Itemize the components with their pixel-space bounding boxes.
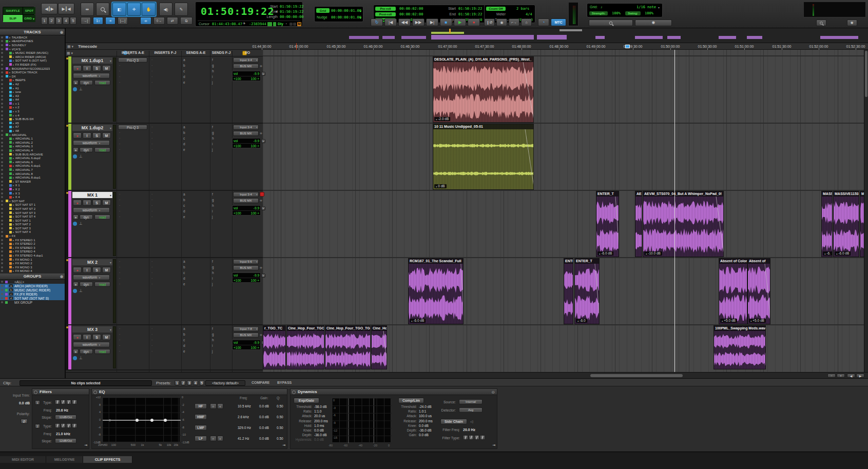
filter-shape-button[interactable] (480, 435, 485, 440)
send-slot[interactable]: c (183, 270, 185, 275)
sidebar-track-item[interactable]: ▸A4 (0, 98, 65, 102)
track-solo-button[interactable]: S (92, 267, 101, 273)
eq-band-q[interactable]: 0.50 (277, 415, 283, 419)
track-name-label[interactable]: A2 (15, 83, 19, 86)
track-open-dot[interactable] (66, 259, 68, 261)
track-show-dot[interactable] (1, 231, 3, 233)
track-show-dot[interactable] (1, 44, 3, 46)
dyn-param-value[interactable]: 1:1.0 (314, 409, 321, 413)
insert-slot-empty[interactable]: · (151, 203, 152, 208)
track-name-label[interactable]: SOT NAT 4 (15, 230, 31, 233)
online-clock-button[interactable]: ◔ (538, 18, 549, 26)
sidebar-track-item[interactable]: ▸X 1 (0, 184, 65, 188)
sidebar-track-item[interactable]: ▸FX STEREO 4.dup1 (0, 253, 65, 258)
selector-tool-button[interactable]: ✛ (127, 3, 141, 16)
zoom-preset-5[interactable]: 5 (70, 17, 76, 25)
swing-value[interactable]: 100% (645, 11, 653, 15)
send-slot[interactable]: j (212, 214, 213, 219)
insert-slot-empty[interactable]: · (151, 349, 152, 354)
pan-left-value[interactable]: +100 (234, 77, 241, 81)
track-name-label[interactable]: ARCHIVAL 3 (15, 145, 33, 148)
track-show-dot[interactable] (1, 142, 3, 144)
zoom-preset-3[interactable]: 3 (55, 17, 62, 25)
filter-shape-button[interactable] (72, 400, 77, 404)
track-name-label[interactable]: FX STEREO 4.dup1 (15, 254, 43, 257)
source-button[interactable]: Internal (459, 399, 483, 404)
track-record-enable-button[interactable]: ● (73, 200, 82, 206)
trim-smart-tool-button[interactable]: ◧ (112, 3, 126, 16)
sidebar-track-item[interactable]: ▸x 4 (0, 113, 65, 118)
zoom-preset-1[interactable]: 1 (41, 17, 48, 25)
send-slot[interactable]: i (212, 209, 213, 213)
exp-gate-button[interactable]: Exp/Gate (294, 398, 319, 403)
zoom-toggle-right-button[interactable]: ▶┃◀ (58, 3, 74, 14)
track-name-label[interactable]: A1 (15, 87, 19, 90)
send-slot[interactable]: b (183, 198, 185, 202)
track-name-label[interactable]: ST MAKER (15, 180, 31, 183)
column-header-sends-f-j[interactable]: SENDS F-J (210, 51, 232, 56)
track-name-label[interactable]: SOT NAT ST 2 (15, 207, 36, 210)
send-slot[interactable]: e (183, 80, 185, 85)
group-name-label[interactable]: MUSIC (MUSIC RIDER) (14, 288, 50, 292)
send-slot[interactable]: b (183, 332, 185, 337)
swing-toggle[interactable]: Swing: (625, 11, 641, 15)
track-show-dot[interactable] (1, 60, 3, 62)
sidebar-track-item[interactable]: ▸x 1 (0, 102, 65, 106)
filter-shape-button[interactable] (72, 423, 77, 428)
send-slot[interactable]: h (212, 203, 214, 208)
sidebar-track-item[interactable]: ▸x 2 (0, 106, 65, 110)
sidebar-track-item[interactable]: ▸A3 (0, 94, 65, 98)
track-solo-button[interactable]: S (92, 200, 101, 206)
insert-slot-empty[interactable]: · (119, 343, 120, 348)
link-track-edit-button[interactable]: ◊→ (153, 17, 165, 25)
mode-spot-button[interactable]: SPOT (23, 7, 35, 14)
track-show-dot[interactable] (1, 68, 3, 70)
strength-value[interactable]: 100% (612, 11, 621, 15)
track-view-selector[interactable]: waveform▾ (73, 140, 110, 146)
layered-edit-button[interactable]: ≡ (105, 17, 115, 25)
track-name-label[interactable]: HEADPHONES (12, 40, 33, 43)
track-name-label[interactable]: x 4 (15, 114, 20, 117)
send-slot[interactable]: i (212, 343, 213, 348)
transport-record-button[interactable]: ● (468, 18, 480, 26)
group-item[interactable]: dSOT NAT (SOT NAT S) (0, 296, 65, 300)
sidebar-track-item[interactable]: ▸ARCHIVAL 8 (0, 172, 65, 176)
filter2-freq-value[interactable]: 21.0 kHz (56, 432, 70, 436)
track-name-label[interactable]: FX STEREO 2 (15, 242, 35, 245)
sidebar-track-item[interactable]: ▸FX MONO 2 (0, 261, 65, 265)
send-slot[interactable]: g (212, 130, 214, 135)
send-slot[interactable]: j (212, 349, 213, 354)
column-header-inserts-a-e[interactable]: INSERTS A-E (117, 51, 149, 56)
eq-band-q[interactable]: 0.50 (277, 437, 283, 440)
sidebar-track-item[interactable]: ▸A7 (0, 125, 65, 129)
shelf-shape-button[interactable]: ≤ (217, 403, 224, 409)
sidebar-track-item[interactable]: ▾DX (0, 74, 65, 79)
insert-slot-empty[interactable]: · (119, 349, 120, 354)
compare-button[interactable]: COMPARE (252, 381, 269, 384)
pan-right-value[interactable]: 100 + (251, 211, 259, 215)
track-automation-mode[interactable]: read (94, 282, 110, 287)
length-value[interactable]: 00:00:00:00 (280, 15, 303, 19)
track-show-dot[interactable] (1, 270, 3, 272)
count-off-toggle[interactable]: Count Off (486, 7, 506, 11)
sidebar-track-item[interactable]: ▸x 3 (0, 109, 65, 113)
send-slot[interactable]: i (212, 142, 213, 146)
zoom-in-button[interactable]: + (837, 374, 845, 378)
track-show-dot[interactable] (1, 52, 3, 54)
pre-roll-value[interactable]: 00:00:02:00 (399, 7, 423, 11)
insert-slot-empty[interactable]: · (119, 130, 120, 135)
insert-slot-empty[interactable]: · (119, 209, 120, 213)
track-name-label[interactable]: DX (12, 75, 16, 78)
start-value[interactable]: 01:50:19:22 (280, 5, 303, 9)
track-name-label[interactable]: ARCHIVAL 8.dup1 (15, 176, 41, 179)
sidebar-track-item[interactable]: ▸SOT NAT ST 3 (0, 211, 65, 215)
send-slot[interactable]: f (212, 192, 213, 197)
sidebar-track-item[interactable]: ▸ARCHIVAL 6.dup2 (0, 156, 65, 160)
sidebar-track-item[interactable]: ▸A5 (0, 121, 65, 125)
sidebar-track-item[interactable]: ▸SOT NAT ST 1 (0, 203, 65, 207)
grid-caret-icon[interactable]: ▾ (360, 9, 361, 13)
group-name-label[interactable]: ARCH (ARCH RIDER) (14, 284, 48, 288)
preset-button-2[interactable]: 2 (181, 380, 186, 385)
send-slot[interactable]: h (212, 338, 214, 342)
dynamics-header[interactable]: Dynamics ⊖ (291, 389, 497, 395)
